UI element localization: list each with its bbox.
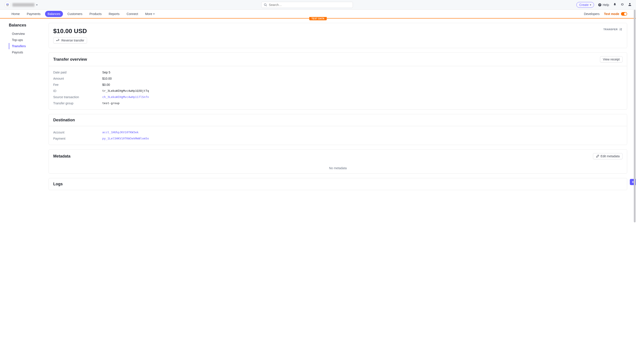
scrollbar-thumb[interactable]	[634, 10, 635, 199]
main: $10.00 USD TRANSFER Reverse transfer Tra…	[49, 23, 627, 194]
view-receipt-label: View receipt	[603, 58, 620, 61]
logs-title: Logs	[53, 182, 63, 186]
account-name	[12, 3, 35, 6]
metadata-title: Metadata	[53, 154, 71, 158]
kv-row: Payment py_1Lel5HKV10TKW3ekMmNlom5o	[53, 136, 622, 142]
view-receipt-button[interactable]: View receipt	[600, 56, 622, 62]
kv-key: Fee	[53, 83, 102, 86]
sidebar: Balances Overview Top-ups Transfers Payo…	[9, 23, 44, 194]
svg-text:?: ?	[599, 4, 601, 6]
logs-card: Logs	[49, 178, 627, 190]
create-label: Create	[579, 3, 588, 6]
nav-label: Customers	[67, 12, 82, 16]
help-label: Help	[603, 3, 609, 6]
overview-card: Transfer overview View receipt Date paid…	[49, 52, 627, 110]
svg-rect-1	[7, 5, 8, 6]
nav-label: Balances	[48, 12, 61, 16]
page: Balances Overview Top-ups Transfers Payo…	[0, 18, 636, 199]
search-icon	[264, 3, 267, 6]
nav-developers[interactable]: Developers	[584, 12, 599, 16]
kv-row: Date paid Sep 5	[53, 69, 622, 76]
kv-key: Source transaction	[53, 95, 102, 99]
kv-key: Account	[53, 130, 102, 134]
nav-products[interactable]: Products	[87, 11, 104, 17]
kv-row: Transfer group test-group	[53, 100, 622, 106]
kv-row: Account acct_1HUhpJKV10TKW3ek	[53, 129, 622, 136]
sidebar-item-label: Overview	[12, 32, 25, 36]
reverse-label: Reverse transfer	[61, 38, 84, 42]
kv-row: Amount $10.00	[53, 76, 622, 82]
svg-line-3	[266, 5, 267, 6]
destination-card: Destination Account acct_1HUhpJKV10TKW3e…	[49, 114, 627, 145]
kv-val: $0.00	[102, 83, 110, 86]
account-switcher[interactable]: ▾	[5, 2, 38, 8]
nav-label: Reports	[109, 12, 120, 16]
chevron-down-icon: ▾	[590, 3, 591, 6]
metadata-empty: No metadata	[49, 163, 627, 174]
store-icon	[5, 2, 11, 8]
nav-more[interactable]: More ▾	[142, 11, 157, 17]
sidebar-item-overview[interactable]: Overview	[9, 31, 44, 37]
kv-key: Transfer group	[53, 102, 102, 105]
overview-title: Transfer overview	[53, 57, 87, 62]
payment-link[interactable]: py_1Lel5HKV10TKW3ekMmNlom5o	[102, 137, 149, 140]
help-link[interactable]: ? Help	[598, 3, 609, 6]
nav-payments[interactable]: Payments	[24, 11, 43, 17]
header-card: $10.00 USD TRANSFER Reverse transfer	[49, 23, 627, 48]
metadata-card: Metadata Edit metadata No metadata	[49, 149, 627, 174]
nav-reports[interactable]: Reports	[106, 11, 122, 17]
kv-key: Amount	[53, 77, 102, 80]
destination-title: Destination	[53, 118, 75, 122]
test-mode-toggle[interactable]	[621, 12, 627, 16]
nav-label: Home	[12, 12, 20, 16]
test-data-badge: TEST DATA	[309, 17, 327, 20]
chevron-down-icon: ▾	[153, 12, 155, 16]
create-button[interactable]: Create ▾	[576, 2, 594, 8]
nav-label: Payments	[27, 12, 41, 16]
kv-key: Payment	[53, 137, 102, 140]
transfer-badge-label: TRANSFER	[603, 28, 618, 31]
nav-right: Developers Test mode	[584, 12, 627, 16]
test-mode: Test mode	[604, 12, 627, 16]
reverse-transfer-button[interactable]: Reverse transfer	[53, 37, 87, 44]
notifications-icon[interactable]	[613, 3, 616, 7]
nav-customers[interactable]: Customers	[65, 11, 85, 17]
kv-val: Sep 5	[102, 70, 110, 74]
profile-icon[interactable]	[628, 3, 631, 7]
nav-connect[interactable]: Connect	[124, 11, 141, 17]
sidebar-item-topups[interactable]: Top-ups	[9, 37, 44, 43]
kv-row: Source transaction ch_3LekuWIHgMvc4wHp11…	[53, 94, 622, 100]
sidebar-title: Balances	[9, 23, 44, 28]
kv-key: ID	[53, 89, 102, 93]
undo-icon	[56, 38, 60, 42]
svg-point-6	[629, 3, 630, 4]
nav-label: More	[145, 12, 152, 16]
kv-key: Date paid	[53, 70, 102, 74]
kv-val: $10.00	[102, 77, 112, 80]
edit-metadata-button[interactable]: Edit metadata	[593, 153, 622, 159]
scrollbar-track	[634, 10, 635, 199]
nav-home[interactable]: Home	[9, 11, 22, 17]
sidebar-item-label: Top-ups	[12, 38, 23, 42]
settings-icon[interactable]	[620, 3, 624, 7]
destination-list: Account acct_1HUhpJKV10TKW3ek Payment py…	[49, 126, 627, 145]
sidebar-item-payouts[interactable]: Payouts	[9, 49, 44, 55]
overview-list: Date paid Sep 5 Amount $10.00 Fee $0.00 …	[49, 66, 627, 110]
topbar: ▾ Create ▾ ? Help	[0, 0, 636, 10]
navbar: Home Payments Balances Customers Product…	[0, 10, 636, 18]
topbar-right: Create ▾ ? Help	[576, 2, 631, 8]
nav-label: Developers	[584, 12, 599, 16]
nav-label: Products	[89, 12, 102, 16]
source-transaction-link[interactable]: ch_3LekuWIHgMvc4wHp117lSnfn	[102, 95, 149, 99]
search-box[interactable]	[261, 2, 353, 8]
search-input[interactable]	[269, 3, 351, 6]
help-icon: ?	[598, 3, 601, 6]
edit-metadata-label: Edit metadata	[601, 154, 620, 158]
nav-balances[interactable]: Balances	[45, 11, 63, 17]
kv-row: Fee $0.00	[53, 82, 622, 88]
sidebar-item-transfers[interactable]: Transfers	[9, 43, 44, 49]
account-link[interactable]: acct_1HUhpJKV10TKW3ek	[102, 130, 138, 134]
svg-point-2	[264, 4, 266, 6]
nav-label: Connect	[127, 12, 138, 16]
kv-val: tr_3LekuWIHgMvc4wHp1Q3DjtTq	[102, 89, 149, 93]
